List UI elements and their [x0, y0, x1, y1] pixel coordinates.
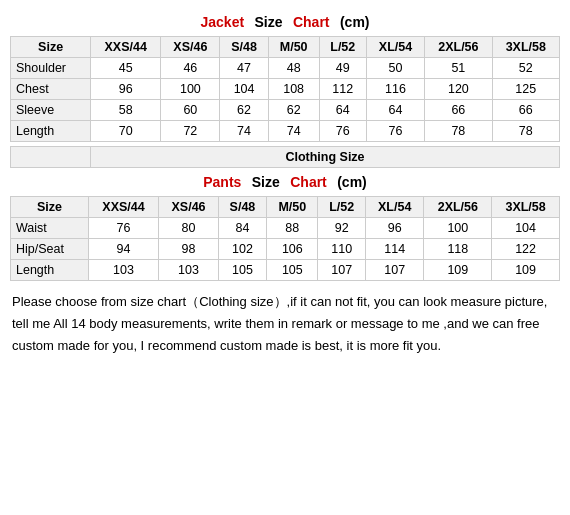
jacket-col-xl: XL/54: [366, 37, 424, 58]
pants-header-row: Size XXS/44 XS/46 S/48 M/50 L/52 XL/54 2…: [11, 197, 560, 218]
jacket-col-l: L/52: [319, 37, 366, 58]
pants-table: Size XXS/44 XS/46 S/48 M/50 L/52 XL/54 2…: [10, 196, 560, 281]
jacket-title-table: Jacket Size Chart (cm): [10, 8, 560, 32]
jacket-col-xxs: XXS/44: [91, 37, 161, 58]
jacket-col-xs: XS/46: [161, 37, 220, 58]
jacket-title: Jacket Size Chart (cm): [10, 8, 560, 32]
page: Jacket Size Chart (cm) Size XXS/44 XS/46…: [0, 0, 570, 365]
clothing-size-table: Clothing Size: [10, 146, 560, 168]
jacket-col-3xl: 3XL/58: [492, 37, 559, 58]
pants-row-hip: Hip/Seat 94 98 102 106 110 114 118 122: [11, 239, 560, 260]
jacket-row-shoulder: Shoulder 45 46 47 48 49 50 51 52: [11, 58, 560, 79]
jacket-row-length: Length 70 72 74 74 76 76 78 78: [11, 121, 560, 142]
jacket-col-label: Size: [11, 37, 91, 58]
jacket-row-chest: Chest 96 100 104 108 112 116 120 125: [11, 79, 560, 100]
jacket-row-sleeve: Sleeve 58 60 62 62 64 64 66 66: [11, 100, 560, 121]
jacket-col-2xl: 2XL/56: [425, 37, 492, 58]
pants-row-length: Length 103 103 105 105 107 107 109 109: [11, 260, 560, 281]
pants-title: Pants Size Chart (cm): [10, 168, 560, 192]
clothing-size-label: Clothing Size: [91, 147, 560, 168]
jacket-table: Size XXS/44 XS/46 S/48 M/50 L/52 XL/54 2…: [10, 36, 560, 142]
jacket-col-s: S/48: [220, 37, 268, 58]
jacket-col-m: M/50: [268, 37, 319, 58]
pants-title-table: Pants Size Chart (cm): [10, 168, 560, 192]
jacket-header-row: Size XXS/44 XS/46 S/48 M/50 L/52 XL/54 2…: [11, 37, 560, 58]
pants-col-label: Size: [11, 197, 89, 218]
bottom-text: Please choose from size chart（Clothing s…: [10, 291, 560, 357]
clothing-size-row: Clothing Size: [11, 147, 560, 168]
pants-row-waist: Waist 76 80 84 88 92 96 100 104: [11, 218, 560, 239]
